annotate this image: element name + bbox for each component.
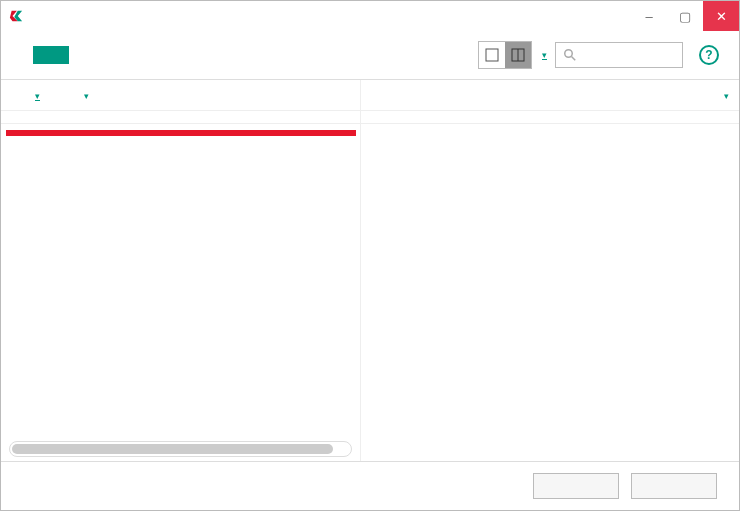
maximize-button[interactable]: ▢ [667,1,703,31]
save-button[interactable] [533,473,619,499]
left-table-head [1,111,360,124]
left-actions [1,80,360,111]
close-button[interactable]: ✕ [703,1,739,31]
svg-point-3 [565,50,573,58]
permissions-pane [361,80,739,461]
resource-tree [1,124,360,441]
scrollbar[interactable] [9,441,352,457]
restore-link[interactable] [82,88,89,102]
search-icon [564,49,576,61]
search-input[interactable] [576,48,672,62]
window-controls: – ▢ ✕ [631,1,739,31]
add-link[interactable] [33,88,40,102]
cancel-button[interactable] [631,473,717,499]
svg-rect-0 [486,49,498,61]
search-by-link[interactable]: ▾ [540,50,547,61]
kaspersky-icon [9,9,23,23]
help-icon[interactable]: ? [699,45,719,65]
right-actions [361,80,739,111]
highlight-box [6,130,356,136]
footer [1,462,739,510]
titlebar: – ▢ ✕ [1,1,739,31]
svg-line-4 [572,57,576,61]
view-split-icon[interactable] [505,42,531,68]
minimize-button[interactable]: – [631,1,667,31]
content [1,79,739,462]
view-single-icon[interactable] [479,42,505,68]
tab-resources[interactable] [33,46,69,64]
toolbar: ▾ ? [1,31,739,79]
permissions-grid [361,124,739,461]
resources-pane [1,80,361,461]
view-link[interactable] [722,88,729,102]
search-input-wrap[interactable] [555,42,683,68]
right-table-head [361,111,739,124]
view-toggle [478,41,532,69]
